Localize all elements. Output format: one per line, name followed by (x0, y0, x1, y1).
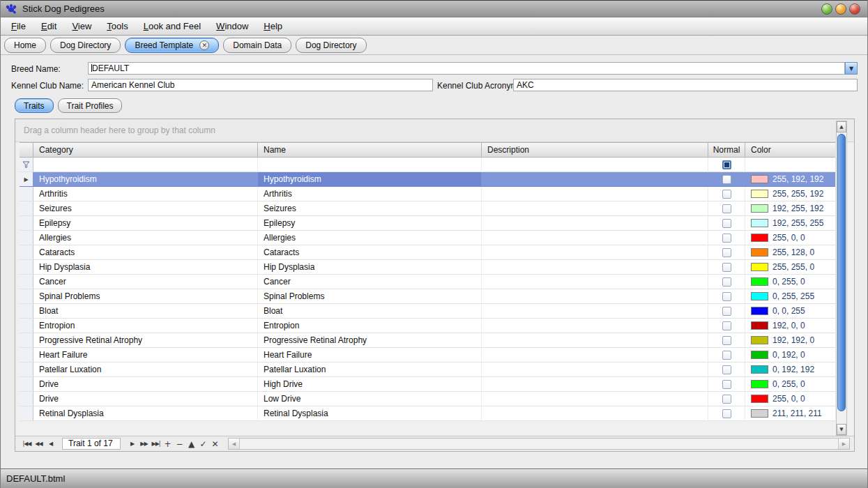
table-row[interactable]: CancerCancer0, 255, 0 (20, 275, 835, 289)
cell-category[interactable]: Arthritis (33, 187, 258, 201)
filter-normal-checkbox[interactable] (722, 160, 731, 169)
cell-name[interactable]: Patellar Luxation (258, 363, 482, 377)
cell-description[interactable] (482, 304, 708, 319)
insert-record-button[interactable]: + (162, 439, 174, 450)
subtab-traits[interactable]: Traits (15, 98, 54, 113)
cell-description[interactable] (482, 333, 708, 348)
close-button[interactable] (849, 3, 860, 15)
row-header-cell[interactable] (20, 187, 33, 201)
cell-normal[interactable] (708, 260, 745, 275)
row-header-cell[interactable] (20, 363, 33, 377)
normal-checkbox[interactable] (722, 336, 731, 345)
cell-name[interactable]: Low Drive (258, 392, 482, 406)
row-header-cell[interactable] (20, 231, 33, 245)
horizontal-scrollbar[interactable]: ◀ ▶ (228, 438, 850, 450)
menu-item-help[interactable]: Help (256, 17, 290, 35)
tab-dog-directory[interactable]: Dog Directory (296, 38, 366, 53)
cell-name[interactable]: Entropion (258, 319, 482, 333)
group-by-band[interactable]: Drag a column header here to group by th… (15, 119, 854, 142)
cell-description[interactable] (482, 363, 708, 377)
table-row[interactable]: DriveLow Drive255, 0, 0 (20, 392, 835, 406)
cell-normal[interactable] (708, 289, 745, 304)
cell-color[interactable]: 255, 192, 192 (745, 172, 835, 187)
cell-name[interactable]: Spinal Problems (258, 289, 482, 304)
cell-name[interactable]: Allergies (258, 231, 482, 245)
table-row[interactable]: EntropionEntropion192, 0, 0 (20, 319, 835, 333)
kennel-club-name-field[interactable]: American Kennel Club (88, 79, 433, 91)
table-row[interactable]: CataractsCataracts255, 128, 0 (20, 245, 835, 260)
cell-name[interactable]: Cancer (258, 275, 482, 289)
row-header-cell[interactable] (20, 319, 33, 333)
table-row[interactable]: AllergiesAllergies255, 0, 0 (20, 231, 835, 245)
menu-item-window[interactable]: Window (208, 17, 256, 35)
menu-item-tools[interactable]: Tools (99, 17, 135, 35)
cell-color[interactable]: 255, 255, 192 (745, 187, 835, 201)
menu-item-edit[interactable]: Edit (33, 17, 64, 35)
table-row[interactable]: Heart FailureHeart Failure0, 192, 0 (20, 348, 835, 363)
normal-checkbox[interactable] (722, 277, 731, 287)
title-bar[interactable]: Stick Dog Pedigrees (1, 0, 867, 17)
cell-color[interactable]: 255, 128, 0 (745, 245, 835, 260)
filter-cell-description[interactable] (482, 158, 708, 172)
cell-description[interactable] (482, 216, 708, 231)
cell-category[interactable]: Patellar Luxation (33, 363, 258, 377)
breed-name-combo[interactable]: DEFAULT (88, 62, 845, 75)
cell-category[interactable]: Entropion (33, 319, 258, 333)
fast-forward-button[interactable]: ▶▶ (138, 439, 150, 450)
minimize-button[interactable] (821, 3, 832, 15)
vertical-scrollbar[interactable]: ▲ ▼ (836, 121, 847, 436)
normal-checkbox[interactable] (722, 292, 731, 301)
last-record-button[interactable]: ▶▶| (150, 439, 162, 450)
delete-record-button[interactable]: − (174, 439, 185, 450)
cell-description[interactable] (482, 319, 708, 333)
cell-category[interactable]: Cataracts (33, 245, 258, 260)
filter-cell-normal[interactable] (708, 158, 745, 172)
cell-description[interactable] (482, 289, 708, 304)
tab-close-icon[interactable]: ✕ (199, 40, 209, 50)
cell-description[interactable] (482, 231, 708, 245)
row-header-cell[interactable] (20, 201, 33, 216)
tab-breed-template[interactable]: Breed Template✕ (125, 38, 219, 53)
next-record-button[interactable]: ▶ (126, 439, 138, 450)
cell-normal[interactable] (708, 216, 745, 231)
scroll-right-arrow-icon[interactable]: ▶ (838, 439, 849, 449)
cell-name[interactable]: Bloat (258, 304, 482, 319)
menu-item-look-and-feel[interactable]: Look and Feel (136, 17, 208, 35)
cell-color[interactable]: 192, 255, 255 (745, 216, 835, 231)
table-row[interactable]: ArthritisArthritis255, 255, 192 (20, 187, 835, 201)
row-header-cell[interactable] (20, 377, 33, 392)
header-cell-normal[interactable]: Normal (708, 142, 745, 158)
normal-checkbox[interactable] (722, 248, 731, 257)
row-header-cell[interactable]: ▶ (20, 172, 33, 187)
filter-cell-category[interactable] (33, 158, 258, 172)
row-header-cell[interactable] (20, 392, 33, 406)
normal-checkbox[interactable] (722, 409, 731, 418)
row-header-cell[interactable] (20, 333, 33, 348)
normal-checkbox[interactable] (722, 175, 731, 184)
cell-name[interactable]: Progressive Retinal Atrophy (258, 333, 482, 348)
table-row[interactable]: Hip DysplasiaHip Dysplasia255, 255, 0 (20, 260, 835, 275)
header-cell-name[interactable]: Name (258, 142, 482, 158)
cell-normal[interactable] (708, 201, 745, 216)
cell-category[interactable]: Cancer (33, 275, 258, 289)
cell-category[interactable]: Drive (33, 377, 258, 392)
normal-checkbox[interactable] (722, 234, 731, 243)
cell-category[interactable]: Epilepsy (33, 216, 258, 231)
cell-color[interactable]: 255, 255, 0 (745, 260, 835, 275)
scroll-left-arrow-icon[interactable]: ◀ (229, 439, 240, 449)
cell-normal[interactable] (708, 245, 745, 260)
cell-color[interactable]: 192, 0, 0 (745, 319, 835, 333)
tab-dog-directory[interactable]: Dog Directory (50, 38, 121, 53)
menu-item-file[interactable]: File (3, 17, 33, 35)
table-row[interactable]: Spinal ProblemsSpinal Problems0, 255, 25… (20, 289, 835, 304)
cell-normal[interactable] (708, 275, 745, 289)
cancel-edit-button[interactable]: ✕ (209, 439, 221, 450)
cell-normal[interactable] (708, 304, 745, 319)
cell-color[interactable]: 0, 255, 0 (745, 275, 835, 289)
cell-name[interactable]: Epilepsy (258, 216, 482, 231)
normal-checkbox[interactable] (722, 365, 731, 374)
row-header-cell[interactable] (20, 245, 33, 260)
cell-description[interactable] (482, 348, 708, 363)
normal-checkbox[interactable] (722, 380, 731, 389)
menu-item-view[interactable]: View (64, 17, 99, 35)
